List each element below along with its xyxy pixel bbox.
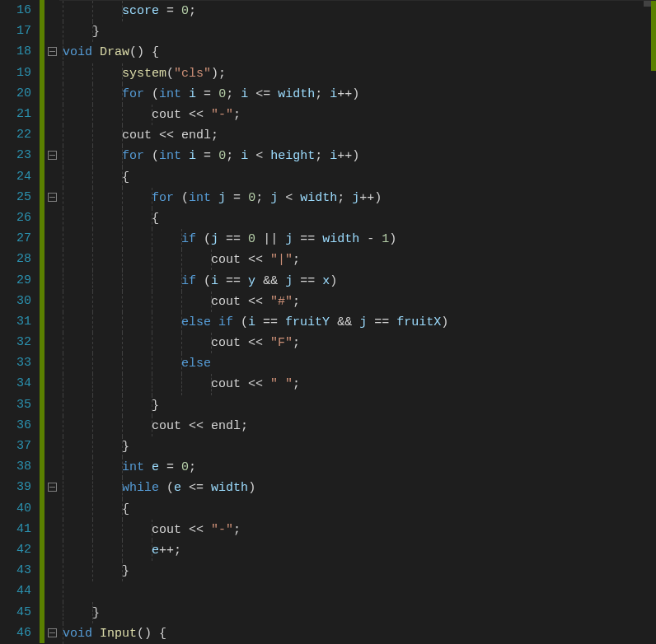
code-line[interactable]: e++;	[59, 540, 656, 561]
line-number[interactable]: 41	[0, 522, 40, 536]
code-line[interactable]: for (int i = 0; i <= width; i++)	[59, 84, 656, 105]
code-line[interactable]: else	[59, 353, 656, 374]
indent-guide	[92, 540, 93, 561]
line-number[interactable]: 18	[0, 44, 40, 58]
indent-guide	[152, 292, 152, 312]
indent-guide	[63, 416, 63, 436]
line-number[interactable]: 30	[0, 294, 40, 308]
indent-guide	[122, 395, 123, 416]
change-bar	[40, 498, 45, 519]
line-number[interactable]: 39	[0, 480, 40, 494]
code-line[interactable]: }	[59, 561, 656, 581]
code-line[interactable]: score = 0;	[59, 1, 656, 21]
change-bar	[40, 124, 45, 145]
indent-guide	[181, 333, 182, 353]
code-text: for (int i = 0; i < height; i++)	[63, 149, 359, 163]
code-line[interactable]: {	[59, 499, 656, 520]
code-line[interactable]: {	[59, 167, 656, 188]
line-number[interactable]: 20	[0, 86, 40, 100]
gutter-row: 43	[0, 560, 59, 581]
code-line[interactable]: void Input() {	[59, 623, 656, 644]
line-number[interactable]: 32	[0, 335, 40, 349]
line-number[interactable]: 24	[0, 170, 40, 184]
indent-guide	[181, 270, 182, 291]
code-line[interactable]: }	[59, 21, 656, 42]
line-number[interactable]: 34	[0, 376, 40, 390]
fold-toggle-icon[interactable]	[48, 193, 57, 202]
code-line[interactable]: }	[59, 602, 656, 623]
line-number[interactable]: 19	[0, 66, 40, 80]
code-text: }	[63, 564, 129, 578]
fold-toggle-icon[interactable]	[48, 628, 57, 637]
code-line[interactable]: cout << "F";	[59, 333, 656, 353]
line-number[interactable]: 46	[0, 626, 40, 640]
line-number[interactable]: 23	[0, 148, 40, 162]
indent-guide	[63, 167, 63, 188]
code-line[interactable]: if (i == y && j == x)	[59, 270, 656, 291]
code-line[interactable]: cout << endl;	[59, 125, 656, 146]
indent-guide	[122, 146, 123, 166]
code-area[interactable]: score = 0;}void Draw() {system("cls");fo…	[59, 0, 656, 644]
line-number[interactable]: 40	[0, 502, 40, 516]
indent-guide	[122, 167, 123, 188]
line-number[interactable]: 36	[0, 418, 40, 432]
code-line[interactable]: int e = 0;	[59, 457, 656, 478]
code-line[interactable]: cout << " ";	[59, 374, 656, 394]
line-number[interactable]: 43	[0, 563, 40, 577]
code-line[interactable]: cout << endl;	[59, 416, 656, 436]
code-line[interactable]	[59, 581, 656, 602]
line-number[interactable]: 29	[0, 273, 40, 287]
code-line[interactable]: void Draw() {	[59, 42, 656, 63]
fold-toggle-icon[interactable]	[48, 483, 57, 492]
line-number[interactable]: 16	[0, 3, 40, 17]
fold-toggle-icon[interactable]	[48, 151, 57, 160]
indent-guide	[92, 499, 93, 520]
fold-column	[45, 151, 59, 160]
code-line[interactable]: }	[59, 436, 656, 457]
indent-guide	[92, 416, 93, 436]
line-number[interactable]: 27	[0, 231, 40, 245]
code-line[interactable]: cout << "-";	[59, 520, 656, 540]
line-number[interactable]: 35	[0, 398, 40, 412]
code-line[interactable]: cout << "#";	[59, 292, 656, 312]
line-number[interactable]: 44	[0, 584, 40, 598]
code-line[interactable]: }	[59, 395, 656, 416]
code-line[interactable]: if (j == 0 || j == width - 1)	[59, 229, 656, 250]
line-number[interactable]: 31	[0, 315, 40, 329]
line-number[interactable]: 26	[0, 211, 40, 225]
line-number[interactable]: 22	[0, 128, 40, 142]
indent-guide	[122, 270, 123, 291]
gutter-row: 28	[0, 249, 59, 269]
indent-guide	[152, 312, 152, 333]
code-line[interactable]: system("cls");	[59, 63, 656, 84]
indent-guide	[92, 312, 93, 333]
code-line[interactable]: cout << "|";	[59, 250, 656, 270]
indent-guide	[152, 395, 152, 416]
code-line[interactable]: else if (i == fruitY && j == fruitX)	[59, 312, 656, 333]
line-number[interactable]: 17	[0, 24, 40, 38]
code-text: {	[63, 212, 159, 226]
line-number[interactable]: 45	[0, 605, 40, 619]
fold-column	[45, 628, 59, 637]
indent-guide	[152, 270, 152, 291]
indent-guide	[63, 42, 63, 63]
fold-toggle-icon[interactable]	[48, 47, 57, 56]
code-line[interactable]: while (e <= width)	[59, 478, 656, 498]
code-line[interactable]: for (int j = 0; j < width; j++)	[59, 188, 656, 208]
change-bar	[40, 560, 45, 581]
line-number[interactable]: 42	[0, 543, 40, 557]
line-number[interactable]: 25	[0, 190, 40, 204]
change-bar	[40, 601, 45, 622]
fold-column	[45, 47, 59, 56]
line-number[interactable]: 21	[0, 107, 40, 121]
line-number[interactable]: 37	[0, 439, 40, 453]
gutter-row: 20	[0, 83, 59, 104]
line-number[interactable]: 28	[0, 252, 40, 266]
line-number[interactable]: 38	[0, 460, 40, 474]
code-line[interactable]: {	[59, 208, 656, 229]
line-number[interactable]: 33	[0, 356, 40, 370]
code-line[interactable]: cout << "-";	[59, 105, 656, 125]
change-bar	[40, 581, 45, 601]
code-line[interactable]: for (int i = 0; i < height; i++)	[59, 146, 656, 166]
indent-guide	[63, 602, 63, 623]
